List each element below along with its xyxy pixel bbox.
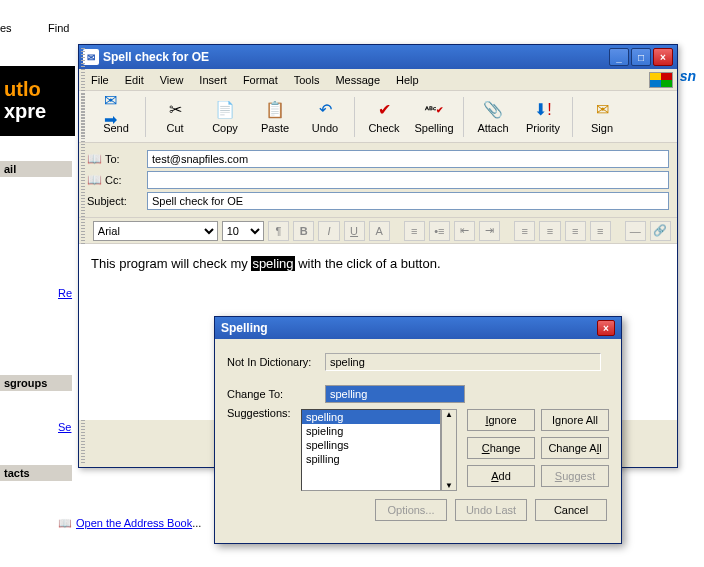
ignore-all-button[interactable]: Ignore All: [541, 409, 609, 431]
send-button[interactable]: ✉➡Send: [91, 95, 141, 139]
hr-button[interactable]: —: [625, 221, 646, 241]
size-select[interactable]: 10: [222, 221, 264, 241]
font-select[interactable]: Arial: [93, 221, 218, 241]
menu-insert[interactable]: Insert: [191, 71, 235, 89]
align-left-button[interactable]: ≡: [514, 221, 535, 241]
change-button[interactable]: Change: [467, 437, 535, 459]
minimize-button[interactable]: _: [609, 48, 629, 66]
to-input[interactable]: [147, 150, 669, 168]
suggestions-list[interactable]: spelling spieling spellings spilling: [301, 409, 441, 491]
menu-view[interactable]: View: [152, 71, 192, 89]
bold-button[interactable]: B: [293, 221, 314, 241]
change-to-label: Change To:: [227, 388, 319, 400]
spelling-button[interactable]: ᴬᴮᶜ✔Spelling: [409, 95, 459, 139]
underline-button[interactable]: U: [344, 221, 365, 241]
bg-menu-item[interactable]: es: [0, 22, 12, 34]
cc-label[interactable]: 📖Cc:: [87, 173, 147, 187]
sign-button[interactable]: ✉Sign: [577, 95, 627, 139]
align-center-button[interactable]: ≡: [539, 221, 560, 241]
menu-format[interactable]: Format: [235, 71, 286, 89]
abc-check-icon: ᴬᴮᶜ✔: [425, 105, 444, 115]
menu-edit[interactable]: Edit: [117, 71, 152, 89]
subject-input[interactable]: [147, 192, 669, 210]
paste-icon: 📋: [265, 100, 285, 119]
priority-icon: ⬇!: [534, 100, 551, 119]
copy-button[interactable]: 📄Copy: [200, 95, 250, 139]
suggestion-item[interactable]: spilling: [302, 452, 440, 466]
outdent-button[interactable]: ⇤: [454, 221, 475, 241]
dialog-title: Spelling: [221, 321, 268, 335]
suggestion-item[interactable]: spieling: [302, 424, 440, 438]
bg-link-se[interactable]: Se: [58, 421, 71, 433]
maximize-button[interactable]: □: [631, 48, 651, 66]
addressbook-icon: 📖: [87, 152, 102, 166]
bg-sidebar-contacts: tacts: [0, 465, 72, 481]
body-text-post: with the click of a button.: [295, 256, 441, 271]
addressbook-icon: 📖: [87, 173, 102, 187]
subject-label: Subject:: [87, 195, 147, 207]
app-icon: ✉: [83, 49, 99, 65]
dialog-titlebar[interactable]: Spelling ×: [215, 317, 621, 339]
suggest-button: Suggest: [541, 465, 609, 487]
undo-icon: ↶: [319, 100, 332, 119]
suggestions-scrollbar[interactable]: ▲▼: [441, 409, 457, 491]
titlebar[interactable]: ✉ Spell check for OE _ □ ×: [79, 45, 677, 69]
msn-hint: sn: [680, 68, 696, 84]
menubar: File Edit View Insert Format Tools Messa…: [79, 69, 677, 91]
link-button[interactable]: 🔗: [650, 221, 671, 241]
attach-button[interactable]: 📎Attach: [468, 95, 518, 139]
outlook-express-logo: utlo xpre: [0, 66, 75, 136]
align-right-button[interactable]: ≡: [565, 221, 586, 241]
justify-button[interactable]: ≡: [590, 221, 611, 241]
numbered-list-button[interactable]: ≡: [404, 221, 425, 241]
bg-link-re[interactable]: Re: [58, 287, 72, 299]
bg-sidebar-mail: ail: [0, 161, 72, 177]
indent-button[interactable]: ⇥: [479, 221, 500, 241]
to-label[interactable]: 📖To:: [87, 152, 147, 166]
check-button[interactable]: ✔Check: [359, 95, 409, 139]
sign-icon: ✉: [596, 100, 609, 119]
menu-help[interactable]: Help: [388, 71, 427, 89]
font-color-button[interactable]: A: [369, 221, 390, 241]
menu-tools[interactable]: Tools: [286, 71, 328, 89]
italic-button[interactable]: I: [318, 221, 339, 241]
bullet-list-button[interactable]: •≡: [429, 221, 450, 241]
paste-button[interactable]: 📋Paste: [250, 95, 300, 139]
copy-icon: 📄: [215, 100, 235, 119]
not-in-dictionary-value: speling: [325, 353, 601, 371]
windows-flag-icon: [649, 72, 673, 88]
undo-last-button: Undo Last: [455, 499, 527, 521]
paperclip-icon: 📎: [483, 100, 503, 119]
menu-file[interactable]: File: [83, 71, 117, 89]
para-style-button[interactable]: ¶: [268, 221, 289, 241]
bg-link-addressbook[interactable]: 📖Open the Address Book...: [58, 517, 201, 530]
header-fields: 📖To: 📖Cc: Subject:: [79, 143, 677, 218]
ignore-button[interactable]: Ignore: [467, 409, 535, 431]
add-button[interactable]: Add: [467, 465, 535, 487]
dialog-close-button[interactable]: ×: [597, 320, 615, 336]
cut-button[interactable]: ✂Cut: [150, 95, 200, 139]
body-misspelled-word: speling: [251, 256, 294, 271]
not-in-dictionary-label: Not In Dictionary:: [227, 356, 319, 368]
cancel-button[interactable]: Cancel: [535, 499, 607, 521]
spelling-dialog: Spelling × Not In Dictionary: speling Ch…: [214, 316, 622, 544]
format-bar: Arial 10 ¶ B I U A ≡ •≡ ⇤ ⇥ ≡ ≡ ≡ ≡ — 🔗: [79, 218, 677, 244]
scissors-icon: ✂: [169, 100, 182, 119]
bg-menu-find[interactable]: Find: [48, 22, 69, 34]
priority-button[interactable]: ⬇!Priority: [518, 95, 568, 139]
window-title: Spell check for OE: [103, 50, 607, 64]
change-all-button[interactable]: Change All: [541, 437, 609, 459]
options-button: Options...: [375, 499, 447, 521]
menu-message[interactable]: Message: [327, 71, 388, 89]
suggestion-item[interactable]: spelling: [302, 410, 440, 424]
suggestion-item[interactable]: spellings: [302, 438, 440, 452]
bg-sidebar-newsgroups: sgroups: [0, 375, 72, 391]
suggestions-label: Suggestions:: [227, 407, 295, 419]
toolbar: ✉➡Send ✂Cut 📄Copy 📋Paste ↶Undo ✔Check ᴬᴮ…: [79, 91, 677, 143]
check-icon: ✔: [378, 100, 391, 119]
close-button[interactable]: ×: [653, 48, 673, 66]
change-to-input[interactable]: [325, 385, 465, 403]
cc-input[interactable]: [147, 171, 669, 189]
body-text-pre: This program will check my: [91, 256, 251, 271]
undo-button[interactable]: ↶Undo: [300, 95, 350, 139]
